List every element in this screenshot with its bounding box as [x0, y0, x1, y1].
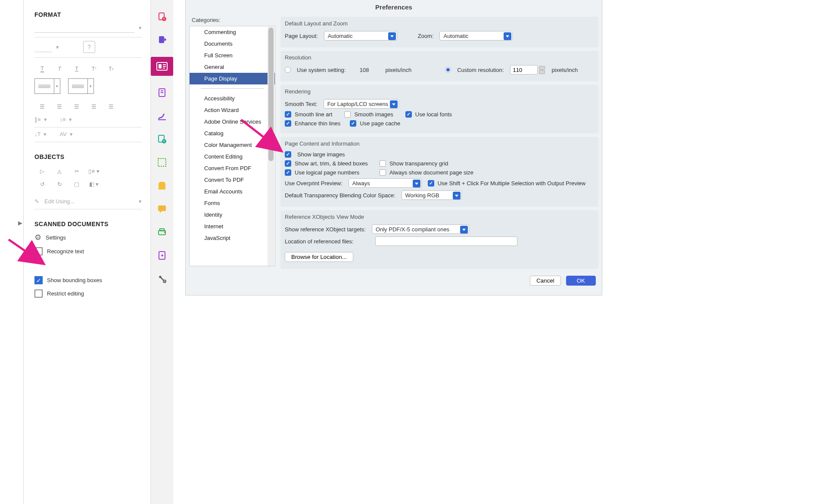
zoom-select[interactable]: Automatic: [439, 31, 513, 40]
category-page-display[interactable]: Page Display: [190, 73, 275, 84]
show-targets-label: Show reference XObject targets:: [285, 226, 366, 233]
categories-list[interactable]: Commenting Documents Full Screen General…: [189, 26, 275, 266]
system-resolution-value: 108: [352, 67, 369, 73]
show-transparency-grid-checkbox[interactable]: [380, 160, 386, 167]
bullet-list-tool[interactable]: ▾: [34, 78, 60, 94]
align-justify[interactable]: ☰: [86, 100, 102, 113]
svg-rect-19: [160, 229, 164, 231]
category-color-mgmt[interactable]: Color Management: [190, 139, 275, 151]
comment-icon[interactable]: [156, 202, 168, 215]
show-large-images-checkbox[interactable]: [285, 151, 291, 158]
print-production-icon[interactable]: [156, 226, 168, 239]
align-left[interactable]: ☰: [34, 100, 50, 113]
combine-files-icon[interactable]: +: [156, 133, 168, 146]
blending-select[interactable]: Working RGB: [402, 190, 462, 200]
smooth-line-art-checkbox[interactable]: [285, 111, 291, 118]
category-javascript[interactable]: JavaScript: [190, 232, 275, 244]
restrict-editing-label: Restrict editing: [47, 290, 84, 297]
overprint-select[interactable]: Always: [349, 178, 422, 188]
use-page-cache-checkbox[interactable]: [350, 120, 356, 127]
show-art-trim-checkbox[interactable]: [285, 160, 291, 167]
category-commenting[interactable]: Commenting: [190, 26, 275, 38]
use-local-fonts-checkbox[interactable]: [405, 111, 412, 118]
replace-image[interactable]: ▢: [69, 177, 84, 190]
category-identity[interactable]: Identity: [190, 209, 275, 221]
category-accessibility[interactable]: Accessibility: [190, 93, 275, 104]
more-tools-icon[interactable]: +: [156, 272, 168, 285]
objects-heading: OBJECTS: [34, 153, 142, 160]
category-content-editing[interactable]: Content Editing: [190, 151, 275, 162]
group-layout-zoom: Default Layout and Zoom Page Layout: Aut…: [280, 17, 598, 47]
category-documents[interactable]: Documents: [190, 38, 275, 50]
subscript-tool[interactable]: T₁: [103, 62, 119, 75]
arrange-objects[interactable]: ◧ ▾: [86, 177, 102, 190]
use-shift-click-checkbox[interactable]: [428, 180, 434, 187]
align-right[interactable]: ☰: [69, 100, 84, 113]
category-full-screen[interactable]: Full Screen: [190, 50, 275, 61]
create-pdf-icon[interactable]: +: [156, 10, 168, 23]
char-spacing-tool[interactable]: AV ▾: [59, 131, 73, 137]
category-forms[interactable]: Forms: [190, 197, 275, 209]
align-objects[interactable]: ▯≡ ▾: [86, 165, 102, 177]
export-pdf-icon[interactable]: [156, 34, 168, 47]
system-resolution-radio[interactable]: [285, 67, 291, 73]
category-divider: [201, 88, 264, 89]
flip-horizontal[interactable]: ▷: [34, 165, 50, 177]
category-convert-from[interactable]: Convert From PDF: [190, 162, 275, 174]
horizontal-scale-tool[interactable]: ↓T ▾: [34, 131, 47, 137]
fill-sign-icon[interactable]: [156, 109, 168, 122]
help-icon[interactable]: ?: [83, 41, 95, 53]
measure-icon[interactable]: [156, 156, 168, 169]
enhance-scans-icon[interactable]: ✦: [156, 249, 168, 262]
paragraph-spacing-tool[interactable]: ↕≡ ▾: [60, 116, 72, 123]
bold-tool[interactable]: T: [52, 62, 67, 75]
use-logical-page-numbers-checkbox[interactable]: [285, 169, 291, 176]
restrict-editing-checkbox[interactable]: [34, 289, 43, 298]
color-picker[interactable]: T: [34, 62, 50, 75]
svg-text:✦: ✦: [160, 253, 164, 258]
categories-scrollbar[interactable]: [268, 27, 274, 266]
show-targets-select[interactable]: Only PDF/X-5 compliant ones: [372, 224, 469, 234]
category-catalog[interactable]: Catalog: [190, 128, 275, 139]
category-email[interactable]: Email Accounts: [190, 186, 275, 197]
number-list-tool[interactable]: ▾: [68, 78, 94, 94]
page-layout-select[interactable]: Automatic: [324, 31, 397, 40]
underline-tool[interactable]: T: [69, 62, 84, 75]
font-style-select[interactable]: [34, 42, 52, 52]
category-general[interactable]: General: [190, 61, 275, 73]
edit-using-label[interactable]: Edit Using...: [44, 198, 75, 205]
ok-button[interactable]: OK: [566, 276, 596, 286]
custom-resolution-stepper[interactable]: [510, 65, 546, 75]
group-resolution-title: Resolution: [285, 54, 594, 61]
organize-pages-icon[interactable]: [156, 86, 168, 99]
tool-strip: + + ✦ +: [151, 0, 173, 504]
line-spacing-tool[interactable]: ‖≡ ▾: [34, 116, 47, 123]
edit-pdf-icon[interactable]: [151, 57, 173, 76]
pane-toggle[interactable]: ▶: [18, 220, 22, 226]
browse-location-button[interactable]: Browse for Location...: [285, 252, 353, 262]
settings-label[interactable]: Settings: [46, 234, 66, 241]
rotate-cw[interactable]: ↻: [52, 177, 67, 190]
crop-tool[interactable]: ✂: [69, 165, 84, 177]
align-more[interactable]: ☰: [103, 100, 119, 113]
optimize-pdf-icon[interactable]: [156, 179, 168, 192]
custom-resolution-radio[interactable]: [445, 67, 451, 73]
category-convert-to[interactable]: Convert To PDF: [190, 174, 275, 186]
cancel-button[interactable]: Cancel: [530, 276, 561, 286]
rotate-ccw[interactable]: ↺: [34, 177, 50, 190]
custom-resolution-input[interactable]: [510, 65, 538, 75]
category-internet[interactable]: Internet: [190, 221, 275, 232]
always-show-size-checkbox[interactable]: [380, 169, 386, 176]
show-bounding-boxes-checkbox[interactable]: ✓: [34, 276, 43, 284]
flip-vertical[interactable]: ◬: [52, 165, 67, 177]
font-family-select[interactable]: [34, 22, 134, 33]
category-adobe-online[interactable]: Adobe Online Services: [190, 116, 275, 128]
align-center[interactable]: ☰: [52, 100, 67, 113]
superscript-tool[interactable]: T¹: [86, 62, 102, 75]
location-input[interactable]: [375, 236, 517, 246]
smooth-images-checkbox[interactable]: [344, 111, 351, 118]
enhance-thin-lines-checkbox[interactable]: [285, 120, 291, 127]
category-action-wizard[interactable]: Action Wizard: [190, 104, 275, 116]
smooth-text-select[interactable]: For Laptop/LCD screens: [324, 99, 399, 109]
recognize-text-checkbox[interactable]: [34, 247, 43, 255]
